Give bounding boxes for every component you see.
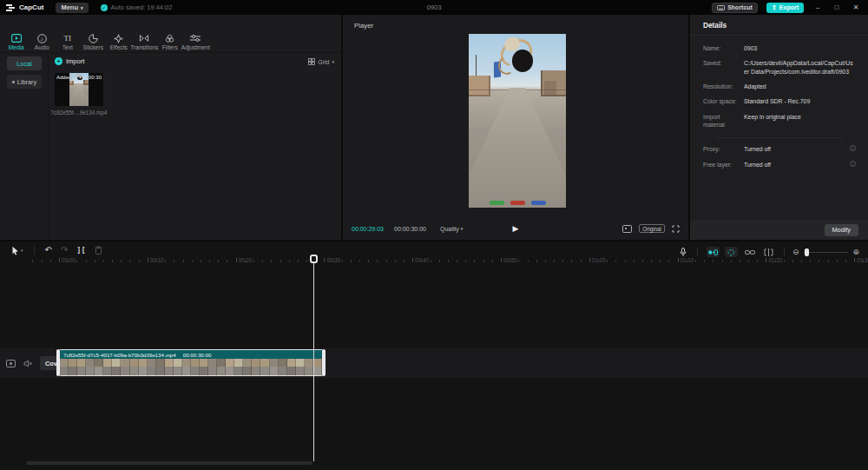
chevron-down-icon: ▾	[461, 226, 464, 231]
ratio-icon[interactable]	[622, 225, 632, 233]
export-button[interactable]: ⇧ Export	[766, 3, 804, 13]
video-preview[interactable]	[469, 34, 566, 208]
clip-trim-handle-left[interactable]	[56, 349, 60, 376]
detail-value: Standard SDR - Rec.709	[744, 97, 856, 105]
timeline-zoom-slider[interactable]	[803, 252, 848, 253]
saved-check-icon: ✓	[101, 4, 108, 11]
ruler-tick	[86, 260, 87, 262]
shortcut-button[interactable]: Shortcut	[712, 3, 758, 13]
tab-label: Filters	[162, 44, 178, 50]
redo-button[interactable]: ↷	[61, 246, 68, 255]
ruler-tick	[32, 260, 33, 262]
library-label: Library	[17, 78, 36, 86]
tab-transitions[interactable]: Transitions	[132, 31, 158, 52]
detail-label: Proxy:	[703, 145, 744, 153]
info-icon[interactable]: i	[850, 161, 856, 167]
ruler-tick	[615, 260, 616, 262]
clip-duration: 00:00:30:00	[183, 352, 212, 358]
info-icon[interactable]: i	[850, 145, 856, 151]
fullscreen-icon[interactable]	[672, 225, 680, 233]
tab-media[interactable]: Media	[3, 31, 30, 52]
caption-pill-red	[510, 201, 525, 205]
filmstrip-frame	[287, 359, 296, 376]
filmstrip-frame	[174, 359, 182, 376]
delete-button[interactable]	[95, 246, 102, 255]
detail-label: Color space:	[703, 97, 744, 105]
media-tabbar: Media ♪ Audio TI Text Stickers Effects T…	[3, 31, 229, 52]
import-button[interactable]: + Import	[55, 57, 84, 65]
detail-value: Keep in original place	[744, 113, 856, 129]
export-label: Export	[779, 4, 799, 10]
timeline-clip[interactable]: 7c82e55f-d7c5-4017-b09a-b70b3d39e134.mp4…	[59, 349, 323, 376]
ruler-tick	[50, 260, 51, 262]
ruler-tick	[713, 260, 713, 262]
clip-trim-handle-right[interactable]	[322, 349, 326, 376]
play-button[interactable]: ▶	[513, 224, 519, 233]
grid-view-toggle[interactable]: Grid ▾	[308, 58, 334, 65]
ruler-tick	[368, 260, 369, 262]
sidebar-item-local[interactable]: Local	[7, 56, 42, 70]
ruler-label: 01:30	[857, 257, 868, 263]
ruler-tick-major	[148, 258, 148, 262]
skater-figure	[496, 37, 542, 83]
tab-stickers[interactable]: Stickers	[81, 31, 107, 52]
detail-row-saved: Saved: C:/Users/devil/AppData/Local/CapC…	[703, 59, 856, 76]
playhead-handle[interactable]	[310, 255, 318, 263]
ruler-tick	[431, 260, 431, 262]
ruler-tick-major	[589, 258, 590, 262]
tab-audio[interactable]: ♪ Audio	[30, 31, 56, 52]
ruler-tick	[607, 260, 608, 262]
detail-value: C:/Users/devil/AppData/Local/CapCut/User…	[744, 59, 856, 76]
ruler-tick	[668, 260, 669, 262]
close-button[interactable]: ✕	[851, 3, 861, 11]
media-item[interactable]: Added 00:30 ↷	[55, 73, 103, 106]
quality-dropdown[interactable]: Quality ▾	[440, 226, 463, 232]
ruler-tick	[103, 260, 104, 262]
minimize-button[interactable]: –	[812, 3, 823, 11]
mute-track-icon[interactable]	[23, 360, 32, 367]
ruler-tick	[262, 260, 263, 262]
building-left	[469, 76, 490, 96]
timeline-scrollbar[interactable]	[26, 461, 312, 465]
menu-button[interactable]: Menu ▾	[56, 3, 88, 13]
filters-icon	[165, 33, 174, 43]
track-options-icon[interactable]	[6, 360, 16, 367]
ruler-tick	[271, 260, 272, 262]
tab-effects[interactable]: Effects	[106, 31, 132, 52]
undo-button[interactable]: ↶	[45, 246, 52, 255]
detail-row-proxy: Proxy: Turned off i	[703, 145, 856, 153]
svg-text:♪: ♪	[40, 36, 43, 42]
ruler-tick	[837, 260, 838, 262]
filmstrip-frame	[86, 359, 95, 376]
filmstrip-frame	[313, 359, 322, 376]
filmstrip-frame	[130, 359, 139, 376]
ruler-label: 00:20	[239, 257, 253, 263]
filmstrip-frame	[226, 359, 234, 376]
ruler-tick	[342, 260, 343, 262]
filmstrip-frame	[270, 359, 279, 376]
split-button[interactable]: ][	[76, 246, 85, 255]
tab-adjustment[interactable]: Adjustment	[183, 31, 209, 52]
player-panel-title: Player	[354, 22, 373, 30]
modify-button[interactable]: Modify	[825, 224, 859, 236]
filmstrip-frame	[95, 359, 103, 376]
select-tool-button[interactable]	[11, 246, 19, 255]
original-scale-button[interactable]: Original	[639, 224, 665, 233]
tab-text[interactable]: TI Text	[55, 31, 81, 52]
detail-label: Saved:	[703, 59, 744, 76]
tab-label: Media	[9, 44, 24, 50]
detail-row-resolution: Resolution: Adapted	[703, 83, 856, 90]
tab-filters[interactable]: Filters	[157, 31, 183, 52]
maximize-button[interactable]: □	[832, 3, 842, 11]
sidebar-item-library[interactable]: Library	[7, 75, 42, 89]
ruler-tick	[784, 260, 785, 262]
ruler-label: 01:10	[681, 257, 694, 263]
detail-row-name: Name: 0903	[703, 44, 856, 52]
ruler-tick-major	[412, 258, 413, 262]
timeline-ruler[interactable]: 00:0000:1000:2000:3000:4000:5001:0001:10…	[0, 255, 868, 267]
ruler-tick	[457, 260, 457, 262]
audio-icon: ♪	[37, 33, 47, 43]
sidebar-divider	[48, 52, 49, 255]
chevron-down-icon[interactable]: ▾	[21, 248, 23, 253]
chevron-down-icon: ▾	[332, 59, 334, 64]
